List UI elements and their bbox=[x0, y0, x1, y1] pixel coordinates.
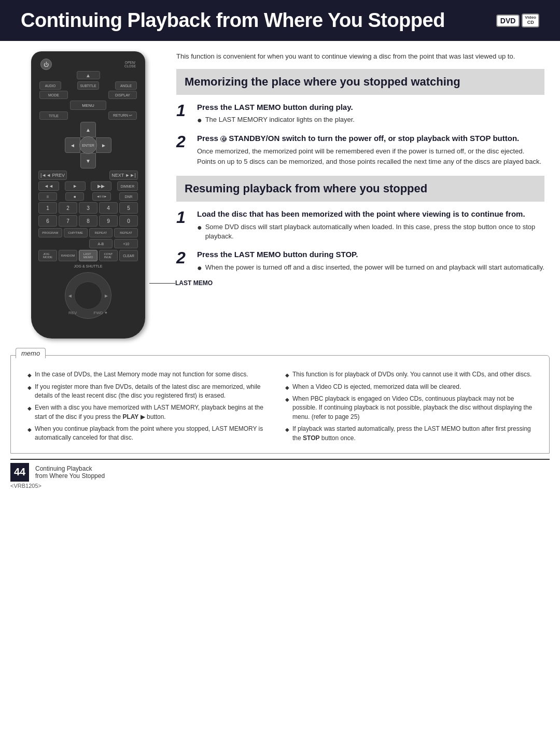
plus10-button[interactable]: +10 bbox=[114, 239, 138, 248]
chptime-button[interactable]: CHP/TIME bbox=[64, 228, 88, 237]
dnr-button[interactable]: DNR bbox=[119, 192, 138, 201]
header: Continuing Playback from Where You Stopp… bbox=[0, 0, 560, 41]
fwd-button[interactable]: ▶▶ bbox=[91, 181, 111, 191]
section1-title: Memorizing the place where you stopped w… bbox=[185, 75, 536, 89]
num-8[interactable]: 8 bbox=[79, 215, 97, 227]
memo-item-r2: ◆ When a Video CD is ejected, memorized … bbox=[285, 383, 533, 392]
angle-button[interactable]: ANGLE bbox=[115, 81, 137, 90]
memo-item-l3: ◆ Even with a disc you have memorized wi… bbox=[27, 403, 275, 421]
last-memo-callout: LAST MEMO bbox=[149, 279, 213, 287]
jog-shuttle-label: JOG & SHUTTLE bbox=[36, 264, 140, 268]
num-5[interactable]: 5 bbox=[119, 202, 138, 214]
right-column: This function is convenient for when you… bbox=[176, 51, 544, 339]
random-button[interactable]: RANDOM bbox=[59, 250, 77, 261]
dimmer-button[interactable]: DIMMER bbox=[117, 181, 138, 191]
section2-step2: 2 Press the LAST MEMO button during STOP… bbox=[176, 249, 544, 274]
dpad-left[interactable]: ◄ bbox=[65, 137, 80, 153]
prev-next-row: |◄◄ PREV NEXT ►►| bbox=[36, 171, 140, 180]
mode-display-row: MODE DISPLAY bbox=[36, 91, 140, 99]
num-0[interactable]: 0 bbox=[119, 215, 138, 227]
repeat-button[interactable]: REPEAT bbox=[89, 228, 113, 237]
resume-step2-bullet: ● When the power is turned off and a dis… bbox=[197, 263, 544, 272]
resume-step-number-2: 2 bbox=[176, 249, 191, 266]
memo-content: ◆ In the case of DVDs, the Last Memory m… bbox=[19, 363, 541, 448]
section1-step2: 2 Press ⏻ STANDBY/ON switch to turn the … bbox=[176, 133, 544, 170]
section1-step1: 1 Press the LAST MEMO button during play… bbox=[176, 102, 544, 127]
resume-step2-content: Press the LAST MEMO button during STOP. … bbox=[197, 249, 544, 274]
num-9[interactable]: 9 bbox=[99, 215, 118, 227]
title-return-row: TITLE RETURN ↩ bbox=[36, 111, 140, 120]
menu-button[interactable]: MENU bbox=[70, 101, 106, 110]
eject-button[interactable]: ▲ bbox=[77, 71, 100, 79]
clear-button[interactable]: CLEAR bbox=[119, 250, 138, 261]
logo-area: DVD Video CD bbox=[496, 13, 539, 27]
prog-row2: A-B +10 bbox=[36, 239, 140, 248]
repeat2-button[interactable]: REPEAT bbox=[114, 228, 138, 237]
title-button[interactable]: TITLE bbox=[39, 111, 68, 120]
subtitle-button[interactable]: SUBTITLE bbox=[77, 81, 99, 90]
section1-box: Memorizing the place where you stopped w… bbox=[176, 69, 544, 95]
last-memo-button[interactable]: LASTMEMO bbox=[79, 250, 97, 261]
dpad-down[interactable]: ▼ bbox=[80, 153, 96, 168]
main-content: ⏻ OPEN/ CLOSE ▲ AUDIO SUBTITLE ANGLE bbox=[0, 41, 560, 349]
memo-item-r3: ◆ When PBC playback is engaged on Video … bbox=[285, 395, 533, 421]
resume-step1-bullet: ● Some DVD discs will start playback aut… bbox=[197, 222, 544, 241]
step1-title: Press the LAST MEMO button during play. bbox=[197, 102, 544, 112]
mode-button[interactable]: MODE bbox=[39, 91, 68, 99]
program-button[interactable]: PROGRAM bbox=[38, 228, 62, 237]
step2-content: Press ⏻ STANDBY/ON switch to turn the po… bbox=[197, 133, 544, 170]
last-row: JOGMODE RANDOM LASTMEMO CONTINUE CLEAR bbox=[36, 250, 140, 261]
num-4[interactable]: 4 bbox=[99, 202, 118, 214]
jog-mode-button[interactable]: JOGMODE bbox=[38, 250, 57, 261]
footer: 44 Continuing Playback from Where You St… bbox=[10, 459, 550, 482]
memo-tab: memo bbox=[16, 348, 46, 358]
step-button[interactable]: ◄II II► bbox=[92, 192, 111, 201]
dvd-logo: DVD bbox=[496, 15, 520, 27]
footer-code: <VRB1205> bbox=[10, 483, 550, 489]
left-column: ⏻ OPEN/ CLOSE ▲ AUDIO SUBTITLE ANGLE bbox=[10, 51, 166, 339]
display-button[interactable]: DISPLAY bbox=[108, 91, 137, 99]
resume-step1-title: Load the disc that has been memorized wi… bbox=[197, 209, 544, 219]
memo-box: ◆ In the case of DVDs, the Last Memory m… bbox=[10, 355, 550, 454]
enter-button[interactable]: ENTER bbox=[79, 136, 97, 154]
stop-button[interactable]: ■ bbox=[65, 192, 84, 201]
num-1[interactable]: 1 bbox=[38, 202, 57, 214]
num-3[interactable]: 3 bbox=[79, 202, 97, 214]
memo-item-l2: ◆ If you register more than five DVDs, d… bbox=[27, 383, 275, 401]
numpad-bottom: 6 7 8 9 0 bbox=[36, 215, 140, 227]
power-button[interactable]: ⏻ bbox=[40, 59, 52, 70]
section2-step1: 1 Load the disc that has been memorized … bbox=[176, 209, 544, 243]
audio-button[interactable]: AUDIO bbox=[39, 81, 61, 90]
step1-bullet: ● The LAST MEMORY indicator lights on th… bbox=[197, 115, 544, 124]
pause-button[interactable]: II bbox=[38, 192, 57, 201]
resume-step-number-1: 1 bbox=[176, 209, 191, 226]
num-6[interactable]: 6 bbox=[38, 215, 57, 227]
remote-container: ⏻ OPEN/ CLOSE ▲ AUDIO SUBTITLE ANGLE bbox=[10, 51, 166, 339]
memo-section-wrapper: memo ◆ In the case of DVDs, the Last Mem… bbox=[10, 355, 550, 454]
next-button[interactable]: NEXT ►►| bbox=[109, 171, 138, 180]
prev-button[interactable]: |◄◄ PREV bbox=[38, 171, 67, 180]
prog-row: PROGRAM CHP/TIME REPEAT REPEAT bbox=[36, 228, 140, 237]
dpad-right[interactable]: ► bbox=[96, 137, 111, 153]
memo-item-r4: ◆ If playback was started automatically,… bbox=[285, 425, 533, 443]
footer-text: Continuing Playback from Where You Stopp… bbox=[35, 465, 105, 480]
numpad-top: 1 2 3 4 5 bbox=[36, 202, 140, 214]
return-button[interactable]: RETURN ↩ bbox=[108, 111, 137, 120]
page-number: 44 bbox=[10, 463, 29, 482]
jog-shuttle[interactable]: ◄ ► REV FWD ✦ bbox=[65, 272, 111, 319]
rev-button[interactable]: ◄◄ bbox=[38, 181, 59, 191]
num-7[interactable]: 7 bbox=[59, 215, 77, 227]
step-number-2: 2 bbox=[176, 133, 191, 150]
transport-row: ◄◄ ► ▶▶ DIMMER bbox=[36, 181, 140, 191]
step2-title: Press ⏻ STANDBY/ON switch to turn the po… bbox=[197, 133, 544, 144]
memo-item-l1: ◆ In the case of DVDs, the Last Memory m… bbox=[27, 370, 275, 379]
ab-button[interactable]: A-B bbox=[89, 239, 113, 248]
play-button[interactable]: ► bbox=[65, 181, 86, 191]
pss-row: II ■ ◄II II► DNR bbox=[36, 192, 140, 201]
dpad-up[interactable]: ▲ bbox=[80, 122, 96, 137]
num-2[interactable]: 2 bbox=[59, 202, 77, 214]
step2-body: Once memorized, the memorized point will… bbox=[197, 146, 544, 166]
continue-button[interactable]: CONTINUE bbox=[99, 250, 118, 261]
section2-title: Resuming playback from where you stopped bbox=[185, 182, 536, 195]
last-memo-callout-label: LAST MEMO bbox=[175, 279, 213, 287]
